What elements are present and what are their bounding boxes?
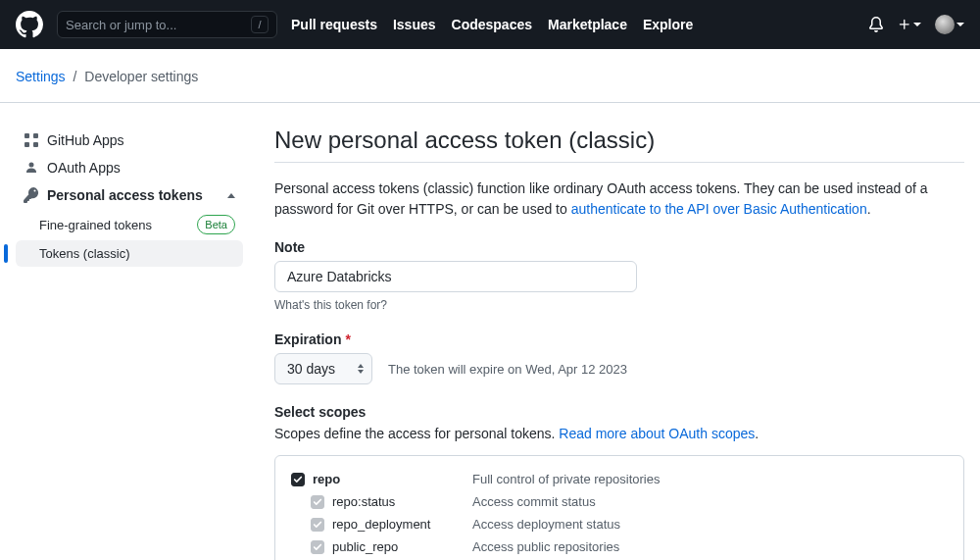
check-icon bbox=[313, 497, 322, 507]
caret-down-icon bbox=[913, 23, 921, 26]
check-icon bbox=[313, 542, 322, 552]
slash-key-hint: / bbox=[251, 16, 269, 33]
main-content: New personal access token (classic) Pers… bbox=[274, 127, 964, 560]
expiration-select[interactable]: 30 days bbox=[274, 353, 372, 384]
sidebar-item-oauth-apps[interactable]: OAuth Apps bbox=[16, 154, 243, 181]
scope-name: repo:status bbox=[332, 494, 395, 509]
apps-icon bbox=[24, 132, 39, 148]
select-scopes-heading: Select scopes bbox=[274, 404, 964, 420]
scope-description: Access public repositories bbox=[472, 539, 619, 554]
expiration-value: 30 days bbox=[287, 361, 335, 377]
oauth-scopes-link[interactable]: Read more about OAuth scopes bbox=[559, 426, 755, 441]
beta-badge: Beta bbox=[197, 215, 235, 234]
scopes-list: repo Full control of private repositorie… bbox=[274, 455, 964, 560]
sidebar-item-label: Tokens (classic) bbox=[39, 246, 129, 261]
search-input[interactable]: Search or jump to... / bbox=[57, 11, 277, 38]
sidebar-item-personal-access-tokens[interactable]: Personal access tokens bbox=[16, 181, 243, 209]
svg-rect-1 bbox=[33, 133, 38, 138]
breadcrumb-separator: / bbox=[73, 69, 76, 84]
header-actions bbox=[868, 15, 964, 34]
sidebar: GitHub Apps OAuth Apps Personal access t… bbox=[16, 127, 243, 560]
scopes-subtext: Scopes define the access for personal to… bbox=[274, 426, 964, 441]
notifications-button[interactable] bbox=[868, 17, 884, 32]
svg-rect-3 bbox=[33, 142, 38, 147]
breadcrumb-current: Developer settings bbox=[84, 69, 198, 84]
search-placeholder: Search or jump to... bbox=[66, 18, 251, 32]
key-icon bbox=[24, 187, 39, 203]
note-label: Note bbox=[274, 239, 964, 255]
person-icon bbox=[24, 160, 39, 176]
scope-row-repo: repo Full control of private repositorie… bbox=[291, 468, 948, 490]
scope-checkbox-repo-status[interactable] bbox=[311, 495, 324, 509]
scope-row-repo-deployment: repo_deployment Access deployment status bbox=[291, 513, 948, 535]
scope-name: repo_deployment bbox=[332, 517, 430, 532]
sidebar-item-label: Personal access tokens bbox=[47, 187, 220, 203]
nav-marketplace[interactable]: Marketplace bbox=[548, 17, 627, 32]
github-logo[interactable] bbox=[16, 11, 43, 38]
auth-api-link[interactable]: authenticate to the API over Basic Authe… bbox=[571, 201, 867, 217]
scope-description: Access commit status bbox=[472, 494, 596, 509]
scope-checkbox-repo-deployment[interactable] bbox=[311, 518, 324, 532]
expiration-label: Expiration* bbox=[274, 331, 964, 347]
svg-rect-2 bbox=[24, 142, 29, 147]
sidebar-item-label: OAuth Apps bbox=[47, 160, 235, 176]
chevron-up-icon bbox=[227, 193, 235, 198]
create-new-dropdown[interactable] bbox=[898, 18, 921, 31]
note-input[interactable] bbox=[274, 261, 637, 292]
svg-rect-0 bbox=[24, 133, 29, 138]
sidebar-subitem-tokens-classic[interactable]: Tokens (classic) bbox=[16, 240, 243, 267]
select-caret-icon bbox=[358, 364, 364, 374]
github-mark-icon bbox=[16, 11, 43, 38]
check-icon bbox=[313, 520, 322, 530]
scope-checkbox-public-repo[interactable] bbox=[311, 540, 324, 554]
scope-checkbox-repo[interactable] bbox=[291, 473, 305, 486]
global-header: Search or jump to... / Pull requests Iss… bbox=[0, 0, 980, 49]
bell-icon bbox=[868, 17, 884, 32]
note-hint: What's this token for? bbox=[274, 298, 964, 312]
nav-explore[interactable]: Explore bbox=[643, 17, 693, 32]
user-menu[interactable] bbox=[935, 15, 964, 34]
scope-description: Access deployment status bbox=[472, 517, 620, 532]
check-icon bbox=[293, 475, 303, 484]
plus-icon bbox=[898, 18, 911, 31]
intro-text: Personal access tokens (classic) functio… bbox=[274, 178, 964, 220]
sidebar-item-label: GitHub Apps bbox=[47, 132, 235, 148]
primary-nav: Pull requests Issues Codespaces Marketpl… bbox=[291, 17, 693, 32]
scope-description: Full control of private repositories bbox=[472, 472, 660, 486]
page-title: New personal access token (classic) bbox=[274, 127, 964, 163]
sidebar-item-label: Fine-grained tokens bbox=[39, 218, 152, 232]
nav-pull-requests[interactable]: Pull requests bbox=[291, 17, 377, 32]
breadcrumb: Settings / Developer settings bbox=[0, 49, 980, 103]
scope-row-repo-status: repo:status Access commit status bbox=[291, 490, 948, 513]
scope-name: repo bbox=[313, 472, 340, 486]
breadcrumb-settings-link[interactable]: Settings bbox=[16, 69, 66, 84]
caret-down-icon bbox=[956, 23, 964, 26]
scope-name: public_repo bbox=[332, 539, 398, 554]
scope-row-public-repo: public_repo Access public repositories bbox=[291, 535, 948, 558]
nav-issues[interactable]: Issues bbox=[393, 17, 436, 32]
expiration-note: The token will expire on Wed, Apr 12 202… bbox=[388, 362, 627, 377]
required-indicator: * bbox=[345, 331, 350, 347]
avatar bbox=[935, 15, 955, 34]
nav-codespaces[interactable]: Codespaces bbox=[452, 17, 532, 32]
sidebar-subitem-fine-grained[interactable]: Fine-grained tokens Beta bbox=[16, 209, 243, 240]
sidebar-item-github-apps[interactable]: GitHub Apps bbox=[16, 127, 243, 154]
